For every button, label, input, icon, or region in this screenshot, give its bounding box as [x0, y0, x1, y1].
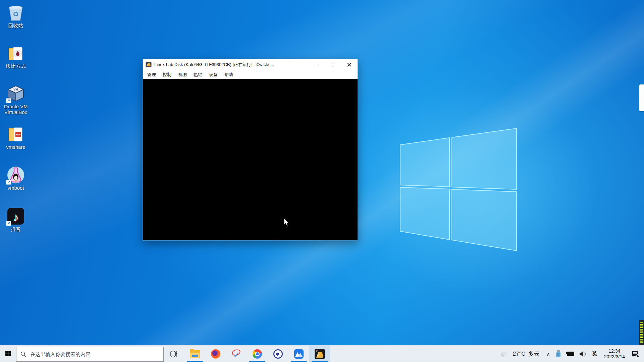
taskbar-mountain-app[interactable]	[288, 346, 309, 362]
desktop-icon-label: 快捷方式	[2, 63, 30, 69]
menu-help[interactable]: 帮助	[221, 70, 236, 79]
desktop-icon-shortcut-folder[interactable]: 快捷方式	[2, 44, 30, 69]
desktop-icon-recycle-bin[interactable]: ♻ 回收站	[2, 4, 30, 28]
maximize-button[interactable]	[324, 59, 341, 70]
edge-meter-widget[interactable]	[639, 320, 644, 345]
weather-condition: 多云	[528, 350, 539, 358]
file-explorer-icon	[190, 350, 200, 358]
menu-hotkeys[interactable]: 热键	[190, 70, 206, 79]
meter-bars	[640, 322, 643, 343]
start-button[interactable]	[0, 346, 16, 362]
recycle-bin-icon: ♻	[7, 4, 25, 22]
volume-tray-button[interactable]	[577, 346, 589, 362]
shortcut-arrow-badge: ↗	[6, 98, 11, 103]
close-button[interactable]	[341, 59, 358, 70]
taskbar-firefox[interactable]	[205, 346, 226, 362]
menu-control[interactable]: 控制	[159, 70, 175, 79]
vm-window-titlebar[interactable]: Linux Lab Disk (Kali-64G-TLF39302CB) [正在…	[143, 59, 358, 70]
douyin-icon: ♪ ♪ ♪ ↗	[7, 207, 25, 225]
close-icon	[347, 63, 351, 67]
weather-temperature: 27°C	[513, 351, 525, 357]
shortcut-arrow-badge: ↗	[6, 221, 11, 226]
menu-view[interactable]: 视图	[175, 70, 190, 79]
notification-icon	[632, 350, 639, 358]
ring-app-icon	[273, 349, 283, 359]
desktop-icon-label: Oracle VM VirtualBox	[2, 104, 30, 115]
desktop-icon-label: 抖音	[2, 226, 30, 232]
windows-start-icon	[5, 351, 11, 357]
folder-icon	[7, 44, 25, 62]
snip-tool-icon: ✄	[231, 349, 241, 359]
chrome-icon	[253, 349, 262, 359]
action-center-button[interactable]	[628, 346, 644, 362]
svg-text:♪: ♪	[13, 211, 19, 224]
desktop-icon-label: vmboot	[2, 185, 30, 191]
usb-icon	[555, 350, 561, 358]
menu-devices[interactable]: 设备	[206, 70, 221, 79]
svg-text:PDF: PDF	[16, 133, 21, 136]
task-view-button[interactable]	[164, 346, 184, 362]
mouse-cursor	[283, 218, 290, 227]
minimize-button[interactable]	[307, 59, 324, 70]
system-tray: 27°C 多云 ∧	[496, 346, 644, 362]
folder-pdf-icon: PDF	[7, 125, 25, 143]
menu-manage[interactable]: 管理	[144, 70, 159, 79]
desktop-icon-label: 回收站	[2, 23, 30, 28]
desktop-icon-douyin[interactable]: ♪ ♪ ♪ ↗ 抖音	[2, 207, 30, 232]
desktop-icon-vmboot[interactable]: ↗ vmboot	[2, 166, 30, 191]
search-icon	[20, 351, 26, 357]
clock-time: 12:34	[604, 348, 625, 354]
maximize-icon	[331, 63, 334, 66]
taskbar-chrome[interactable]	[247, 346, 268, 362]
vm-window-controls	[307, 59, 358, 70]
taskbar-ring-app[interactable]	[268, 346, 288, 362]
svg-text:♻: ♻	[13, 10, 19, 18]
battery-icon	[566, 352, 575, 356]
search-input[interactable]	[30, 351, 159, 357]
mountain-app-icon	[294, 349, 304, 359]
usb-tray-button[interactable]	[553, 346, 564, 362]
tray-overflow-chevron[interactable]: ∧	[543, 346, 553, 362]
taskbar-snip-tool[interactable]: ✄	[226, 346, 247, 362]
shortcut-arrow-badge: ↗	[6, 180, 11, 185]
taskbar-clock[interactable]: 12:34 2022/3/14	[601, 348, 628, 360]
edge-panel-handle[interactable]	[639, 84, 644, 111]
vm-window-icon	[146, 62, 152, 67]
language-indicator[interactable]: 英	[589, 346, 601, 362]
desktop-icon-vmshare[interactable]: PDF vmshare	[2, 125, 30, 150]
desktop-icon-virtualbox[interactable]: VM ↗ Oracle VM VirtualBox	[2, 84, 30, 115]
battery-tray-button[interactable]	[564, 346, 577, 362]
desktop-icon-label: vmshare	[2, 144, 30, 150]
firefox-icon	[211, 349, 220, 359]
taskbar-search[interactable]	[16, 347, 164, 362]
taskbar-file-explorer[interactable]	[184, 346, 205, 362]
taskbar: ✄ 64	[0, 345, 644, 362]
flask-penguin-icon: ↗	[7, 166, 25, 184]
speaker-icon	[579, 351, 587, 357]
task-view-icon	[170, 350, 178, 358]
vm-window-menubar: 管理 控制 视图 热键 设备 帮助	[143, 70, 358, 79]
chevron-up-icon: ∧	[546, 351, 550, 357]
virtualbox-vm-icon: 64	[315, 349, 325, 359]
windows-logo-wallpaper	[397, 127, 518, 251]
vm-guest-screen[interactable]	[143, 79, 358, 240]
taskbar-virtualbox-vm[interactable]: 64	[309, 346, 330, 362]
weather-widget[interactable]: 27°C 多云	[496, 350, 543, 358]
virtualbox-vm-window: Linux Lab Disk (Kali-64G-TLF39302CB) [正在…	[143, 59, 358, 241]
virtualbox-cube-icon: VM ↗	[7, 84, 25, 103]
vm-window-title: Linux Lab Disk (Kali-64G-TLF39302CB) [正在…	[154, 62, 274, 68]
svg-text:VM: VM	[13, 88, 18, 91]
desktop: ♻ 回收站 快捷方式 VM ↗ Oracle VM Vi	[0, 0, 644, 362]
clock-date: 2022/3/14	[604, 354, 625, 360]
minimize-icon	[314, 65, 318, 65]
cloud-icon	[500, 350, 510, 358]
